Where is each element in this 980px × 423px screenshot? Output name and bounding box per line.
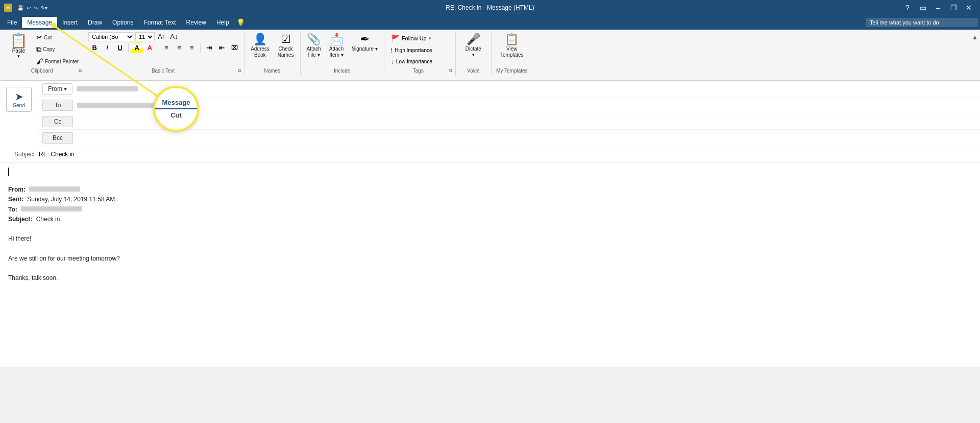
ribbon-group-my-templates: 📋 ViewTemplates My Templates — [492, 32, 532, 76]
to-label[interactable]: To — [42, 100, 73, 111]
from-dropdown-icon: ▾ — [64, 85, 67, 92]
clear-format-btn[interactable]: ⌧ — [228, 43, 241, 53]
attach-file-label: AttachFile ▾ — [307, 46, 321, 58]
paste-button[interactable]: 📋 Paste ▾ — [5, 32, 32, 61]
indent-decrease-btn[interactable]: ⇤ — [215, 42, 228, 53]
italic-button[interactable]: I — [101, 42, 113, 53]
signature-button[interactable]: ✒ Signature ▾ — [349, 32, 381, 54]
ribbon-group-basic-text: Calibri (Bo 11 A↑ A↓ B I U — [85, 32, 244, 76]
align-left-btn[interactable]: ≡ — [160, 42, 173, 53]
follow-up-dropdown-icon[interactable]: ▾ — [429, 36, 431, 41]
cut-button[interactable]: ✂ Cut — [33, 32, 82, 43]
cc-label[interactable]: Cc — [42, 116, 73, 127]
subject-label: Subject — [4, 151, 35, 158]
menu-insert[interactable]: Insert — [57, 17, 83, 28]
menu-message[interactable]: Message — [22, 17, 57, 28]
high-importance-button[interactable]: ! High Importance — [387, 45, 436, 56]
paste-dropdown-icon[interactable]: ▾ — [17, 54, 20, 59]
restore-btn[interactable]: ❐ — [946, 1, 961, 15]
ribbon-group-names: 👤 AddressBook ☑ CheckNames Names — [244, 32, 300, 76]
compose-body[interactable]: From: Sent: Sunday, July 14, 2019 11:58 … — [0, 162, 980, 367]
cut-label: Cut — [44, 35, 52, 40]
menu-help[interactable]: Help — [211, 17, 234, 28]
ribbon-toggle-btn[interactable]: ▭ — [916, 1, 930, 15]
font-name-select[interactable]: Calibri (Bo — [88, 32, 134, 41]
bcc-label[interactable]: Bcc — [42, 132, 73, 144]
address-book-label: AddressBook — [251, 46, 270, 58]
lightbulb-icon: 💡 — [236, 18, 245, 27]
send-column: ➤ Send — [0, 81, 38, 146]
email-sent-label: Sent: — [8, 196, 23, 203]
dictate-button[interactable]: 🎤 Dictate ▾ — [462, 32, 484, 59]
email-from-label: From: — [8, 186, 26, 193]
to-value-blurred — [77, 103, 159, 108]
subject-input[interactable] — [39, 151, 976, 158]
cut-icon: ✂ — [36, 33, 42, 41]
menu-draw[interactable]: Draw — [83, 17, 107, 28]
email-subject-label: Subject: — [8, 216, 32, 223]
my-templates-content: 📋 ViewTemplates — [495, 32, 529, 67]
font-shrink-btn[interactable]: A↓ — [168, 32, 180, 41]
indent-increase-btn[interactable]: ⇥ — [203, 42, 215, 53]
include-content: 📎 AttachFile ▾ 📩 AttachItem ▾ ✒ Signatur… — [304, 32, 381, 67]
collapse-ribbon-btn[interactable]: ▲ — [972, 34, 978, 41]
cc-field: Cc — [38, 113, 980, 130]
email-body-1: Hi there! — [8, 234, 972, 244]
minimize-btn[interactable]: – — [931, 1, 945, 15]
tags-group-label: Tags ⧉ — [387, 67, 452, 75]
redo-btn[interactable]: ↪ — [34, 5, 38, 11]
basic-text-content: Calibri (Bo 11 A↑ A↓ B I U — [88, 32, 241, 67]
basic-text-inner: Calibri (Bo 11 A↑ A↓ B I U — [88, 32, 241, 53]
search-input[interactable] — [866, 18, 978, 27]
ribbon-group-voice: 🎤 Dictate ▾ Voice — [456, 32, 492, 76]
names-group-label: Names — [248, 67, 297, 75]
highlight-btn[interactable]: A — [131, 42, 143, 53]
title-bar: ✉ 💾 ↩ ↪ ✎▾ RE: Check in - Message (HTML)… — [0, 0, 980, 15]
bold-button[interactable]: B — [88, 42, 101, 53]
check-names-button[interactable]: ☑ CheckNames — [275, 32, 297, 60]
dictate-icon: 🎤 — [467, 34, 480, 45]
dictate-label: Dictate — [465, 46, 481, 52]
send-button[interactable]: ➤ Send — [6, 87, 32, 112]
attach-file-icon: 📎 — [307, 34, 321, 45]
basic-text-expand-icon[interactable]: ⧉ — [238, 68, 241, 74]
menu-format-text[interactable]: Format Text — [138, 17, 181, 28]
app-icon: ✉ — [4, 4, 12, 12]
tags-expand-icon[interactable]: ⧉ — [449, 68, 452, 74]
help-btn[interactable]: ? — [900, 1, 915, 15]
window-controls: ? ▭ – ❐ ✕ — [900, 1, 976, 15]
email-from-line: From: — [8, 185, 972, 195]
font-size-select[interactable]: 11 — [135, 32, 155, 41]
menu-review[interactable]: Review — [181, 17, 211, 28]
menu-file[interactable]: File — [2, 17, 22, 28]
low-importance-icon: ↓ — [391, 58, 394, 65]
view-templates-label: ViewTemplates — [500, 46, 524, 58]
from-button[interactable]: From ▾ — [42, 83, 72, 95]
customize-btn[interactable]: ✎▾ — [41, 5, 47, 11]
format-separator-2 — [158, 43, 158, 53]
low-importance-button[interactable]: ↓ Low Importance — [387, 57, 436, 67]
attach-file-button[interactable]: 📎 AttachFile ▾ — [304, 32, 324, 60]
copy-button[interactable]: ⧉ Copy — [33, 43, 82, 55]
attach-item-button[interactable]: 📩 AttachItem ▾ — [326, 32, 347, 60]
undo-btn[interactable]: ↩ — [27, 5, 31, 11]
align-center-btn[interactable]: ≡ — [173, 42, 185, 53]
quick-save[interactable]: 💾 — [17, 5, 23, 11]
underline-button[interactable]: U — [114, 42, 126, 53]
menu-options[interactable]: Options — [107, 17, 138, 28]
close-btn[interactable]: ✕ — [962, 1, 976, 15]
clipboard-content: 📋 Paste ▾ ✂ Cut ⧉ Copy 🖌 Format P — [5, 32, 82, 67]
format-painter-button[interactable]: 🖌 Format Painter — [33, 56, 82, 67]
align-right-btn[interactable]: ≡ — [186, 42, 198, 53]
email-to-line: To: — [8, 205, 972, 215]
address-book-button[interactable]: 👤 AddressBook — [248, 32, 273, 60]
dictate-dropdown-icon: ▾ — [472, 52, 475, 57]
email-to-value-blurred — [21, 206, 82, 212]
follow-up-flag-icon: 🚩 — [391, 34, 400, 42]
from-label: From — [48, 85, 62, 92]
clipboard-expand-icon[interactable]: ⧉ — [79, 68, 82, 74]
font-color-btn[interactable]: A — [143, 42, 156, 53]
font-grow-btn[interactable]: A↑ — [156, 32, 167, 41]
view-templates-button[interactable]: 📋 ViewTemplates — [497, 32, 527, 60]
follow-up-button[interactable]: 🚩 Follow Up ▾ — [387, 32, 435, 44]
